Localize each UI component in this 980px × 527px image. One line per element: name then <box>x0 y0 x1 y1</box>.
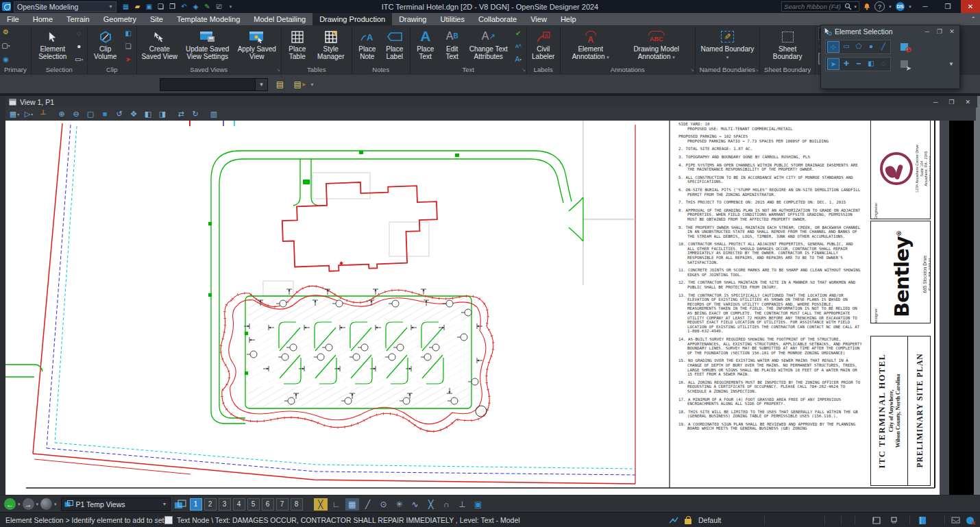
tab-help[interactable]: Help <box>554 13 583 25</box>
open-folder-icon[interactable]: ▰ <box>133 3 142 11</box>
tab-file[interactable]: File <box>0 13 26 25</box>
window-area-icon[interactable]: ▢ <box>84 109 97 120</box>
forward-button[interactable]: → <box>23 498 34 510</box>
text-styles-icon[interactable]: A▾ <box>513 55 524 64</box>
mode-add-icon[interactable]: ✚ <box>841 58 852 69</box>
drawing-model-annotation-button[interactable]: ABC Drawing Model Annotation ▾ <box>620 27 693 66</box>
dialog-minimize-button[interactable]: ─ <box>922 28 932 35</box>
view-toggle-1[interactable]: 1 <box>190 498 202 511</box>
dialog-launcher-icon[interactable]: ↘ <box>755 66 759 74</box>
dialog-close-button[interactable]: ✕ <box>947 28 957 35</box>
view-toggle-3[interactable]: 3 <box>219 498 231 511</box>
attach-tools-icon[interactable]: ◉ <box>1 55 11 64</box>
clip-view-icon[interactable]: ▥ <box>207 109 221 120</box>
dialog-expand-icon[interactable]: ▼ <box>948 61 955 67</box>
view-previous-icon[interactable]: ◧ <box>141 109 155 120</box>
undo-icon[interactable]: ↶ <box>180 3 188 11</box>
ribbon-search[interactable]: ▼ <box>781 1 859 12</box>
online-status-icon[interactable] <box>966 513 974 527</box>
close-button[interactable]: ✕ <box>961 0 980 13</box>
snap-intersection-icon[interactable]: ╳ <box>424 498 438 511</box>
snap-elbow-icon[interactable]: ∟ <box>330 498 343 511</box>
style-manager-button[interactable]: Style Manager <box>313 27 350 66</box>
element-selection-button[interactable]: Element Selection <box>34 27 72 66</box>
view-toggle-6[interactable]: 6 <box>262 498 274 511</box>
place-text-button[interactable]: A Place Text <box>413 27 439 66</box>
spell-check-icon[interactable]: ✔ <box>513 29 524 38</box>
view-next-icon[interactable]: ◨ <box>156 109 169 120</box>
tab-utilities[interactable]: Utilities <box>434 13 471 25</box>
dialog-launcher-icon[interactable]: ↘ <box>522 66 525 74</box>
level-lock-icon[interactable] <box>685 513 691 527</box>
element-selection-dialog-titlebar[interactable]: Element Selection ─ ❐ ✕ <box>821 25 959 38</box>
view-close-button[interactable]: ✕ <box>965 99 970 106</box>
dialog-launcher-icon[interactable]: ↘ <box>276 66 280 74</box>
clip-delete-icon[interactable]: ➤ <box>123 55 134 64</box>
view-window-scrollbar[interactable] <box>974 96 980 512</box>
sheet-boundary-button[interactable]: Sheet Boundary <box>763 27 812 66</box>
view-toggle-4[interactable]: 4 <box>233 498 245 511</box>
snap-midpoint-icon[interactable]: ✳ <box>393 498 406 511</box>
tab-terrain[interactable]: Terrain <box>60 13 97 25</box>
minimize-button[interactable]: ─ <box>916 0 935 13</box>
ribbon-collapse-icon[interactable]: ⌃ <box>970 16 976 23</box>
snap-keypoint-icon[interactable]: ⊙ <box>377 498 391 511</box>
back-button[interactable]: ← <box>4 498 16 510</box>
create-saved-view-button[interactable]: Create Saved View <box>139 27 180 66</box>
tab-drawing-production[interactable]: Drawing Production <box>313 13 392 25</box>
element-annotation-button[interactable]: A Element Annotation ▾ <box>563 27 619 66</box>
display-style-icon[interactable]: ▷▾ <box>22 109 36 120</box>
pen-icon[interactable]: ✎ <box>203 3 212 11</box>
primary-tools-icon[interactable]: ⚙ <box>1 27 11 37</box>
view-perspective-icon[interactable]: ↻ <box>188 109 202 120</box>
named-boundary-button[interactable]: ✎ Named Boundary ▾ <box>699 27 755 66</box>
place-table-button[interactable]: Place Table <box>284 27 311 66</box>
accusnap-toggle-icon[interactable]: ╳ <box>314 498 328 511</box>
snap-tangent-icon[interactable]: ∩ <box>440 498 454 511</box>
chevron-down-icon[interactable]: ▼ <box>310 82 315 87</box>
tab-collaborate[interactable]: Collaborate <box>471 13 524 25</box>
select-shape-icon[interactable]: ⬠ <box>853 41 864 51</box>
snap-curve-icon[interactable]: ∿ <box>408 498 422 511</box>
snap-origin-icon[interactable]: ▣ <box>471 498 485 511</box>
view-group-selector[interactable]: P1 Temp Views ▼ <box>61 498 171 511</box>
new-file-icon[interactable]: ▢▾ <box>1 41 11 51</box>
civil-labeler-button[interactable]: A Civil Labeler <box>529 27 558 66</box>
help-icon[interactable]: ? <box>874 1 885 12</box>
clip-boundary-icon[interactable]: ❏ <box>123 42 134 51</box>
place-note-button[interactable]: A Place Note <box>354 27 380 66</box>
view-toggle-7[interactable]: 7 <box>276 498 289 511</box>
edit-text-button[interactable]: AB Edit Text <box>440 27 465 66</box>
save-settings-icon[interactable]: ❏ <box>156 3 165 11</box>
tab-drawing[interactable]: Drawing <box>392 13 433 25</box>
fence-rect-icon[interactable]: ▭▾ <box>74 55 84 64</box>
clip-mask-icon[interactable]: ◧ <box>123 29 134 38</box>
undo-history-icon[interactable]: ▾ <box>54 502 57 507</box>
fence-circle-icon[interactable]: ◌ <box>74 29 84 38</box>
view-toggle-5[interactable]: 5 <box>247 498 260 511</box>
tab-template-modeling[interactable]: Template Modeling <box>170 13 247 25</box>
maximize-button[interactable]: ❐ <box>938 0 957 13</box>
match-text-icon[interactable]: Aᴬ <box>513 42 524 51</box>
tab-home[interactable]: Home <box>26 13 60 25</box>
chevron-down-icon[interactable]: ▼ <box>256 78 268 91</box>
pick-style-icon[interactable]: ▤➤ <box>292 77 308 92</box>
change-text-attributes-button[interactable]: A↗ Change Text Attributes <box>466 27 511 66</box>
view-attributes-icon[interactable]: ▦▾ <box>8 109 21 120</box>
message-tray-icon[interactable] <box>951 513 960 527</box>
markups-book-icon[interactable] <box>918 513 927 527</box>
active-level[interactable]: Default <box>698 513 721 527</box>
zoom-out-icon[interactable]: ⊖ <box>69 109 83 120</box>
snap-perpendicular-icon[interactable]: ⊥ <box>456 498 469 511</box>
adjust-view-brightness-icon[interactable]: ┴ <box>36 109 50 120</box>
fence-shape-icon[interactable]: ● <box>74 42 84 51</box>
update-saved-view-button[interactable]: Update Saved View Settings <box>182 27 234 66</box>
select-line-icon[interactable]: ╱ <box>878 41 889 51</box>
apply-style-icon[interactable]: ▤ <box>272 77 288 92</box>
help-chevron-icon[interactable]: ▼ <box>888 5 892 9</box>
mode-new-icon[interactable]: ➤ <box>827 58 840 70</box>
tab-geometry[interactable]: Geometry <box>97 13 143 25</box>
rotate-view-icon[interactable]: ↺ <box>112 109 126 120</box>
pan-view-icon[interactable]: ✥ <box>127 109 140 120</box>
view-titlebar[interactable]: View 1, P1 ─ ❐ ✕ <box>5 96 977 108</box>
